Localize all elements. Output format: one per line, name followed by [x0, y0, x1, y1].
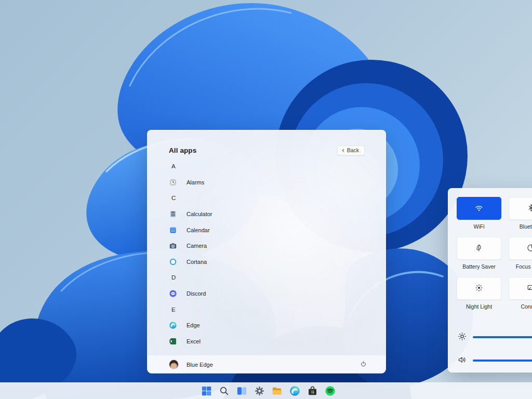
taskbar-settings-button[interactable] — [250, 384, 264, 398]
folder-icon — [271, 385, 283, 398]
battery-saver-label: Battery Saver — [462, 263, 496, 270]
connect-toggle[interactable] — [509, 277, 532, 300]
night-light-label: Night Light — [466, 303, 492, 310]
app-list-item-alarms[interactable]: Alarms — [169, 175, 385, 191]
edge-icon — [289, 385, 301, 398]
focus-assist-label: Focus assist — [516, 263, 532, 270]
user-avatar[interactable] — [169, 360, 178, 369]
calendar-icon — [169, 226, 177, 234]
section-letter-d[interactable]: D — [169, 270, 385, 286]
volume-icon — [457, 354, 468, 367]
wifi-toggle[interactable] — [457, 197, 501, 220]
camera-icon — [169, 242, 177, 250]
app-list: A Alarms C Calculator Calendar Camera — [148, 158, 385, 347]
battery-saver-icon — [474, 243, 484, 255]
wifi-icon — [473, 202, 485, 215]
user-name: Blue Edge — [187, 362, 213, 368]
focus-assist-toggle[interactable] — [509, 237, 532, 260]
app-list-item-calendar[interactable]: Calendar — [169, 222, 385, 238]
taskbar-start-button[interactable] — [197, 384, 211, 398]
edge-icon — [169, 321, 177, 329]
section-letter-c[interactable]: C — [169, 190, 385, 206]
discord-icon — [169, 289, 177, 298]
volume-slider-row — [457, 353, 532, 368]
app-list-item-discord[interactable]: Discord — [169, 286, 385, 302]
taskbar-task-view-button[interactable] — [233, 384, 246, 398]
brightness-icon — [457, 331, 468, 344]
task-view-icon — [236, 385, 248, 398]
back-button-label: Back — [347, 147, 359, 153]
taskbar-search-button[interactable] — [215, 384, 229, 398]
connect-label: Connect — [521, 303, 532, 310]
settings-gear-icon — [254, 385, 265, 398]
night-light-toggle[interactable] — [457, 277, 501, 300]
taskbar-store-button[interactable] — [303, 384, 317, 398]
wifi-label: WiFi — [474, 223, 485, 230]
chevron-left-icon: ‹ — [342, 148, 344, 153]
windows-start-icon — [201, 385, 212, 398]
alarms-icon — [169, 178, 177, 187]
bluetooth-label: Bluetooth — [520, 223, 532, 230]
search-icon — [218, 385, 230, 398]
power-button[interactable] — [356, 358, 369, 371]
bluetooth-icon — [526, 203, 532, 215]
taskbar-edge-button[interactable] — [286, 384, 299, 398]
power-icon — [360, 360, 367, 369]
all-apps-title: All apps — [169, 147, 196, 154]
battery-saver-toggle[interactable] — [457, 237, 501, 260]
calculator-icon — [169, 210, 177, 218]
excel-icon — [169, 337, 177, 345]
bluetooth-toggle[interactable] — [509, 197, 532, 220]
back-button[interactable]: ‹ Back — [337, 145, 365, 155]
microsoft-store-icon — [307, 385, 318, 398]
start-menu-all-apps-panel: All apps ‹ Back A Alarms C Calculator — [147, 130, 386, 373]
start-menu-footer: Blue Edge — [148, 355, 385, 374]
app-list-item-cortana[interactable]: Cortana — [169, 254, 385, 270]
section-letter-a[interactable]: A — [169, 158, 385, 175]
start-menu-header: All apps ‹ Back — [169, 143, 365, 157]
app-list-item-excel[interactable]: Excel — [169, 334, 385, 347]
taskbar-file-explorer-button[interactable] — [268, 384, 282, 398]
brightness-slider[interactable] — [473, 336, 532, 339]
app-list-item-calculator[interactable]: Calculator — [169, 206, 385, 222]
app-list-item-edge[interactable]: Edge — [169, 317, 385, 334]
focus-assist-icon — [526, 243, 532, 255]
night-light-icon — [474, 283, 484, 295]
quick-settings-panel: WiFi Bluetooth Battery Saver — [448, 188, 532, 373]
taskbar — [0, 382, 532, 399]
cortana-icon — [169, 258, 177, 266]
spotify-icon — [324, 385, 336, 398]
connect-icon — [526, 283, 532, 295]
desktop: All apps ‹ Back A Alarms C Calculator — [0, 0, 532, 399]
brightness-slider-row — [457, 330, 532, 344]
taskbar-spotify-button[interactable] — [321, 384, 335, 398]
app-list-item-camera[interactable]: Camera — [169, 238, 385, 254]
section-letter-e[interactable]: E — [169, 301, 385, 317]
volume-slider[interactable] — [473, 360, 532, 362]
